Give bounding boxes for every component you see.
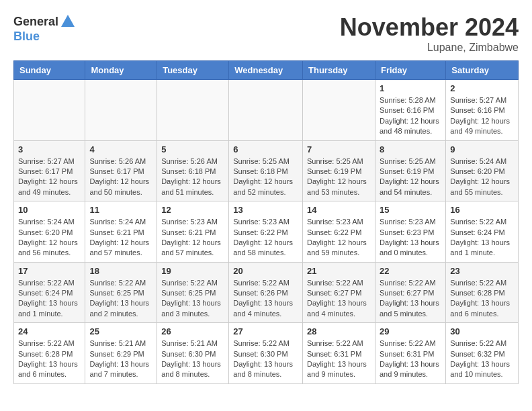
- calendar-cell: 9Sunrise: 5:24 AM Sunset: 6:20 PM Daylig…: [446, 140, 519, 201]
- day-info: Sunrise: 5:21 AM Sunset: 6:29 PM Dayligh…: [89, 338, 152, 380]
- day-info: Sunrise: 5:26 AM Sunset: 6:17 PM Dayligh…: [89, 156, 152, 198]
- day-number: 16: [450, 205, 514, 215]
- calendar-day-header: Thursday: [303, 61, 375, 80]
- calendar-cell: 2Sunrise: 5:27 AM Sunset: 6:16 PM Daylig…: [446, 80, 519, 141]
- day-number: 13: [233, 205, 298, 215]
- day-number: 29: [380, 326, 441, 336]
- day-number: 28: [307, 326, 371, 336]
- calendar-cell: 8Sunrise: 5:25 AM Sunset: 6:19 PM Daylig…: [375, 140, 445, 201]
- calendar-day-header: Tuesday: [157, 61, 229, 80]
- month-title: November 2024: [340, 13, 519, 42]
- calendar-cell: 11Sunrise: 5:24 AM Sunset: 6:21 PM Dayli…: [85, 201, 157, 263]
- calendar-cell: 25Sunrise: 5:21 AM Sunset: 6:29 PM Dayli…: [85, 323, 157, 384]
- day-number: 26: [161, 326, 224, 336]
- calendar-day-header: Monday: [85, 61, 157, 80]
- day-info: Sunrise: 5:25 AM Sunset: 6:18 PM Dayligh…: [233, 156, 298, 198]
- day-info: Sunrise: 5:22 AM Sunset: 6:30 PM Dayligh…: [233, 338, 298, 380]
- day-number: 12: [161, 205, 224, 215]
- calendar-cell: 16Sunrise: 5:22 AM Sunset: 6:24 PM Dayli…: [446, 201, 519, 263]
- calendar-cell: 3Sunrise: 5:27 AM Sunset: 6:17 PM Daylig…: [14, 140, 85, 201]
- title-block: November 2024 Lupane, Zimbabwe: [340, 13, 519, 54]
- day-info: Sunrise: 5:22 AM Sunset: 6:27 PM Dayligh…: [307, 278, 371, 320]
- day-info: Sunrise: 5:22 AM Sunset: 6:25 PM Dayligh…: [161, 278, 224, 320]
- calendar-cell: 21Sunrise: 5:22 AM Sunset: 6:27 PM Dayli…: [303, 262, 375, 323]
- calendar-cell: 14Sunrise: 5:23 AM Sunset: 6:22 PM Dayli…: [303, 201, 375, 263]
- day-info: Sunrise: 5:22 AM Sunset: 6:28 PM Dayligh…: [18, 338, 81, 380]
- calendar-cell: 1Sunrise: 5:28 AM Sunset: 6:16 PM Daylig…: [375, 80, 445, 141]
- calendar-day-header: Wednesday: [229, 61, 303, 80]
- calendar-cell: 13Sunrise: 5:23 AM Sunset: 6:22 PM Dayli…: [229, 201, 303, 263]
- day-number: 30: [450, 326, 514, 336]
- calendar-cell: [303, 80, 375, 141]
- day-number: 20: [233, 266, 298, 276]
- day-info: Sunrise: 5:23 AM Sunset: 6:21 PM Dayligh…: [161, 217, 224, 259]
- calendar-cell: 17Sunrise: 5:22 AM Sunset: 6:24 PM Dayli…: [14, 262, 85, 323]
- day-info: Sunrise: 5:24 AM Sunset: 6:20 PM Dayligh…: [450, 156, 514, 198]
- day-info: Sunrise: 5:23 AM Sunset: 6:22 PM Dayligh…: [307, 217, 371, 259]
- calendar-cell: 28Sunrise: 5:22 AM Sunset: 6:31 PM Dayli…: [303, 323, 375, 384]
- calendar-cell: 4Sunrise: 5:26 AM Sunset: 6:17 PM Daylig…: [85, 140, 157, 201]
- day-info: Sunrise: 5:26 AM Sunset: 6:18 PM Dayligh…: [161, 156, 224, 198]
- day-number: 19: [161, 266, 224, 276]
- calendar-cell: [157, 80, 229, 141]
- day-number: 21: [307, 266, 371, 276]
- day-number: 8: [380, 144, 441, 154]
- calendar-cell: 24Sunrise: 5:22 AM Sunset: 6:28 PM Dayli…: [14, 323, 85, 384]
- logo-icon: [60, 13, 76, 30]
- location: Lupane, Zimbabwe: [340, 42, 519, 54]
- day-info: Sunrise: 5:24 AM Sunset: 6:20 PM Dayligh…: [18, 217, 81, 259]
- calendar-day-header: Saturday: [446, 61, 519, 80]
- day-number: 7: [307, 144, 371, 154]
- calendar-cell: 6Sunrise: 5:25 AM Sunset: 6:18 PM Daylig…: [229, 140, 303, 201]
- day-number: 25: [89, 326, 152, 336]
- calendar-week-row: 24Sunrise: 5:22 AM Sunset: 6:28 PM Dayli…: [14, 323, 519, 384]
- calendar-cell: 12Sunrise: 5:23 AM Sunset: 6:21 PM Dayli…: [157, 201, 229, 263]
- calendar-cell: 20Sunrise: 5:22 AM Sunset: 6:26 PM Dayli…: [229, 262, 303, 323]
- calendar-cell: [85, 80, 157, 141]
- logo: General Blue: [13, 13, 76, 44]
- day-info: Sunrise: 5:28 AM Sunset: 6:16 PM Dayligh…: [380, 95, 441, 137]
- day-info: Sunrise: 5:22 AM Sunset: 6:26 PM Dayligh…: [233, 278, 298, 320]
- day-info: Sunrise: 5:22 AM Sunset: 6:24 PM Dayligh…: [18, 278, 81, 320]
- calendar-week-row: 10Sunrise: 5:24 AM Sunset: 6:20 PM Dayli…: [14, 201, 519, 263]
- calendar-cell: 22Sunrise: 5:22 AM Sunset: 6:27 PM Dayli…: [375, 262, 445, 323]
- day-number: 9: [450, 144, 514, 154]
- day-number: 24: [18, 326, 81, 336]
- day-number: 17: [18, 266, 81, 276]
- day-number: 18: [89, 266, 152, 276]
- calendar-cell: 19Sunrise: 5:22 AM Sunset: 6:25 PM Dayli…: [157, 262, 229, 323]
- calendar-week-row: 3Sunrise: 5:27 AM Sunset: 6:17 PM Daylig…: [14, 140, 519, 201]
- calendar-cell: 26Sunrise: 5:21 AM Sunset: 6:30 PM Dayli…: [157, 323, 229, 384]
- day-info: Sunrise: 5:22 AM Sunset: 6:25 PM Dayligh…: [89, 278, 152, 320]
- day-number: 22: [380, 266, 441, 276]
- day-info: Sunrise: 5:22 AM Sunset: 6:24 PM Dayligh…: [450, 217, 514, 259]
- calendar-cell: 5Sunrise: 5:26 AM Sunset: 6:18 PM Daylig…: [157, 140, 229, 201]
- calendar-cell: [14, 80, 85, 141]
- day-number: 6: [233, 144, 298, 154]
- day-number: 10: [18, 205, 81, 215]
- day-info: Sunrise: 5:22 AM Sunset: 6:31 PM Dayligh…: [307, 338, 371, 380]
- day-info: Sunrise: 5:25 AM Sunset: 6:19 PM Dayligh…: [380, 156, 441, 198]
- calendar-day-header: Sunday: [14, 61, 85, 80]
- calendar-cell: 23Sunrise: 5:22 AM Sunset: 6:28 PM Dayli…: [446, 262, 519, 323]
- logo-blue-text: Blue: [13, 30, 40, 44]
- calendar-cell: 30Sunrise: 5:22 AM Sunset: 6:32 PM Dayli…: [446, 323, 519, 384]
- day-number: 11: [89, 205, 152, 215]
- calendar-cell: [229, 80, 303, 141]
- calendar-cell: 15Sunrise: 5:23 AM Sunset: 6:23 PM Dayli…: [375, 201, 445, 263]
- day-number: 14: [307, 205, 371, 215]
- day-info: Sunrise: 5:22 AM Sunset: 6:27 PM Dayligh…: [380, 278, 441, 320]
- calendar-cell: 7Sunrise: 5:25 AM Sunset: 6:19 PM Daylig…: [303, 140, 375, 201]
- day-info: Sunrise: 5:23 AM Sunset: 6:23 PM Dayligh…: [380, 217, 441, 259]
- day-info: Sunrise: 5:27 AM Sunset: 6:16 PM Dayligh…: [450, 95, 514, 137]
- calendar-week-row: 1Sunrise: 5:28 AM Sunset: 6:16 PM Daylig…: [14, 80, 519, 141]
- day-number: 23: [450, 266, 514, 276]
- day-info: Sunrise: 5:22 AM Sunset: 6:31 PM Dayligh…: [380, 338, 441, 380]
- day-info: Sunrise: 5:22 AM Sunset: 6:28 PM Dayligh…: [450, 278, 514, 320]
- logo-general-text: General: [13, 15, 58, 29]
- calendar-cell: 29Sunrise: 5:22 AM Sunset: 6:31 PM Dayli…: [375, 323, 445, 384]
- calendar-cell: 18Sunrise: 5:22 AM Sunset: 6:25 PM Dayli…: [85, 262, 157, 323]
- page-header: General Blue November 2024 Lupane, Zimba…: [13, 13, 519, 54]
- calendar-day-header: Friday: [375, 61, 445, 80]
- day-number: 5: [161, 144, 224, 154]
